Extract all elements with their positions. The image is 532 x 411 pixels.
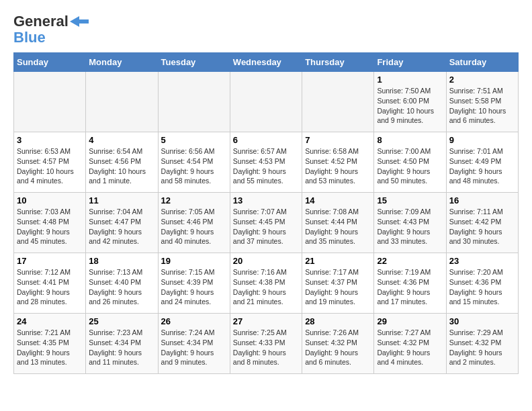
calendar-cell: 21Sunrise: 7:17 AM Sunset: 4:37 PM Dayli… <box>302 253 374 314</box>
day-number: 27 <box>233 316 299 326</box>
day-number: 22 <box>377 256 443 266</box>
calendar-cell: 30Sunrise: 7:29 AM Sunset: 4:32 PM Dayli… <box>446 314 518 374</box>
calendar-cell: 20Sunrise: 7:16 AM Sunset: 4:38 PM Dayli… <box>230 253 302 314</box>
calendar-week-row: 24Sunrise: 7:21 AM Sunset: 4:35 PM Dayli… <box>14 314 519 374</box>
day-number: 20 <box>233 256 299 266</box>
day-info: Sunrise: 7:05 AM Sunset: 4:46 PM Dayligh… <box>161 207 227 246</box>
column-header-friday: Friday <box>374 53 446 72</box>
calendar-cell: 22Sunrise: 7:19 AM Sunset: 4:36 PM Dayli… <box>374 253 446 314</box>
day-number: 17 <box>17 256 83 266</box>
day-info: Sunrise: 7:09 AM Sunset: 4:43 PM Dayligh… <box>377 207 443 246</box>
calendar-header-row: SundayMondayTuesdayWednesdayThursdayFrid… <box>14 53 519 72</box>
day-number: 13 <box>233 195 299 205</box>
calendar-cell: 11Sunrise: 7:04 AM Sunset: 4:47 PM Dayli… <box>86 193 158 253</box>
calendar-cell: 2Sunrise: 7:51 AM Sunset: 5:58 PM Daylig… <box>446 72 518 132</box>
calendar-cell <box>86 72 158 132</box>
calendar-week-row: 3Sunrise: 6:53 AM Sunset: 4:57 PM Daylig… <box>14 132 519 193</box>
day-number: 24 <box>17 316 83 326</box>
day-info: Sunrise: 7:12 AM Sunset: 4:41 PM Dayligh… <box>17 267 83 307</box>
calendar-week-row: 10Sunrise: 7:03 AM Sunset: 4:48 PM Dayli… <box>14 193 519 253</box>
page-header: General Blue <box>13 13 519 46</box>
day-number: 14 <box>305 195 371 205</box>
day-number: 25 <box>89 316 154 326</box>
calendar-cell: 12Sunrise: 7:05 AM Sunset: 4:46 PM Dayli… <box>158 193 230 253</box>
calendar-cell: 16Sunrise: 7:11 AM Sunset: 4:42 PM Dayli… <box>446 193 518 253</box>
day-info: Sunrise: 7:00 AM Sunset: 4:50 PM Dayligh… <box>377 146 443 186</box>
day-number: 12 <box>161 195 227 205</box>
calendar-cell: 29Sunrise: 7:27 AM Sunset: 4:32 PM Dayli… <box>374 314 446 374</box>
calendar-cell: 9Sunrise: 7:01 AM Sunset: 4:49 PM Daylig… <box>446 132 518 193</box>
calendar-cell: 5Sunrise: 6:56 AM Sunset: 4:54 PM Daylig… <box>158 132 230 193</box>
calendar-cell: 19Sunrise: 7:15 AM Sunset: 4:39 PM Dayli… <box>158 253 230 314</box>
day-info: Sunrise: 7:20 AM Sunset: 4:36 PM Dayligh… <box>449 267 515 307</box>
day-info: Sunrise: 6:58 AM Sunset: 4:52 PM Dayligh… <box>305 146 371 186</box>
day-number: 1 <box>377 75 443 85</box>
day-number: 23 <box>449 256 515 266</box>
day-info: Sunrise: 7:26 AM Sunset: 4:32 PM Dayligh… <box>305 328 371 367</box>
calendar-cell <box>14 72 86 132</box>
day-info: Sunrise: 6:57 AM Sunset: 4:53 PM Dayligh… <box>233 146 299 186</box>
day-info: Sunrise: 7:04 AM Sunset: 4:47 PM Dayligh… <box>89 207 154 246</box>
calendar-cell: 23Sunrise: 7:20 AM Sunset: 4:36 PM Dayli… <box>446 253 518 314</box>
day-info: Sunrise: 7:17 AM Sunset: 4:37 PM Dayligh… <box>305 267 371 307</box>
calendar-cell: 28Sunrise: 7:26 AM Sunset: 4:32 PM Dayli… <box>302 314 374 374</box>
logo: General Blue <box>13 13 89 46</box>
day-number: 4 <box>89 135 154 145</box>
day-number: 16 <box>449 195 515 205</box>
day-info: Sunrise: 7:13 AM Sunset: 4:40 PM Dayligh… <box>89 267 154 307</box>
day-number: 30 <box>449 316 515 326</box>
day-number: 8 <box>377 135 443 145</box>
day-info: Sunrise: 7:23 AM Sunset: 4:34 PM Dayligh… <box>89 328 154 367</box>
day-info: Sunrise: 7:25 AM Sunset: 4:33 PM Dayligh… <box>233 328 299 367</box>
day-number: 10 <box>17 195 83 205</box>
calendar-cell: 7Sunrise: 6:58 AM Sunset: 4:52 PM Daylig… <box>302 132 374 193</box>
day-number: 2 <box>449 75 515 85</box>
day-info: Sunrise: 7:29 AM Sunset: 4:32 PM Dayligh… <box>449 328 515 367</box>
day-info: Sunrise: 7:08 AM Sunset: 4:44 PM Dayligh… <box>305 207 371 246</box>
logo-blue: Blue <box>13 30 46 46</box>
calendar-cell: 26Sunrise: 7:24 AM Sunset: 4:34 PM Dayli… <box>158 314 230 374</box>
column-header-tuesday: Tuesday <box>158 53 230 72</box>
calendar-cell: 4Sunrise: 6:54 AM Sunset: 4:56 PM Daylig… <box>86 132 158 193</box>
day-info: Sunrise: 6:53 AM Sunset: 4:57 PM Dayligh… <box>17 146 83 186</box>
calendar-cell: 10Sunrise: 7:03 AM Sunset: 4:48 PM Dayli… <box>14 193 86 253</box>
day-number: 6 <box>233 135 299 145</box>
day-number: 15 <box>377 195 443 205</box>
calendar-cell: 14Sunrise: 7:08 AM Sunset: 4:44 PM Dayli… <box>302 193 374 253</box>
logo-text: General <box>13 13 69 30</box>
day-number: 19 <box>161 256 227 266</box>
calendar-cell <box>230 72 302 132</box>
day-info: Sunrise: 7:19 AM Sunset: 4:36 PM Dayligh… <box>377 267 443 307</box>
column-header-monday: Monday <box>86 53 158 72</box>
column-header-sunday: Sunday <box>14 53 86 72</box>
column-header-thursday: Thursday <box>302 53 374 72</box>
day-info: Sunrise: 6:56 AM Sunset: 4:54 PM Dayligh… <box>161 146 227 186</box>
calendar-table: SundayMondayTuesdayWednesdayThursdayFrid… <box>13 52 519 374</box>
calendar-cell: 24Sunrise: 7:21 AM Sunset: 4:35 PM Dayli… <box>14 314 86 374</box>
calendar-cell: 18Sunrise: 7:13 AM Sunset: 4:40 PM Dayli… <box>86 253 158 314</box>
svg-marker-0 <box>70 16 89 27</box>
calendar-cell: 8Sunrise: 7:00 AM Sunset: 4:50 PM Daylig… <box>374 132 446 193</box>
day-number: 3 <box>17 135 83 145</box>
day-number: 9 <box>449 135 515 145</box>
calendar-week-row: 17Sunrise: 7:12 AM Sunset: 4:41 PM Dayli… <box>14 253 519 314</box>
day-number: 26 <box>161 316 227 326</box>
calendar-week-row: 1Sunrise: 7:50 AM Sunset: 6:00 PM Daylig… <box>14 72 519 132</box>
calendar-cell: 3Sunrise: 6:53 AM Sunset: 4:57 PM Daylig… <box>14 132 86 193</box>
day-info: Sunrise: 7:27 AM Sunset: 4:32 PM Dayligh… <box>377 328 443 367</box>
calendar-cell: 1Sunrise: 7:50 AM Sunset: 6:00 PM Daylig… <box>374 72 446 132</box>
day-info: Sunrise: 6:54 AM Sunset: 4:56 PM Dayligh… <box>89 146 154 186</box>
day-number: 5 <box>161 135 227 145</box>
calendar-cell: 27Sunrise: 7:25 AM Sunset: 4:33 PM Dayli… <box>230 314 302 374</box>
day-number: 29 <box>377 316 443 326</box>
day-info: Sunrise: 7:15 AM Sunset: 4:39 PM Dayligh… <box>161 267 227 307</box>
day-info: Sunrise: 7:11 AM Sunset: 4:42 PM Dayligh… <box>449 207 515 246</box>
day-number: 7 <box>305 135 371 145</box>
calendar-cell: 6Sunrise: 6:57 AM Sunset: 4:53 PM Daylig… <box>230 132 302 193</box>
calendar-cell: 15Sunrise: 7:09 AM Sunset: 4:43 PM Dayli… <box>374 193 446 253</box>
column-header-wednesday: Wednesday <box>230 53 302 72</box>
day-number: 11 <box>89 195 154 205</box>
day-number: 21 <box>305 256 371 266</box>
day-info: Sunrise: 7:50 AM Sunset: 6:00 PM Dayligh… <box>377 86 443 126</box>
calendar-cell: 13Sunrise: 7:07 AM Sunset: 4:45 PM Dayli… <box>230 193 302 253</box>
